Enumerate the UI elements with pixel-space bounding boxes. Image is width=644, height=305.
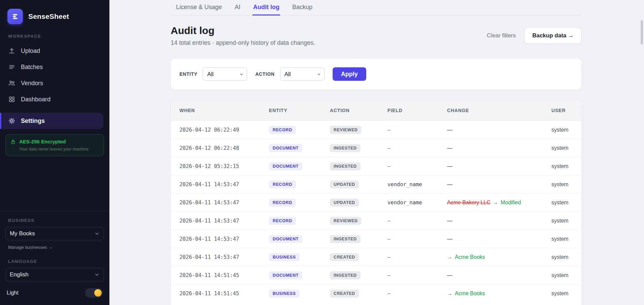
action-badge: UPDATED bbox=[330, 199, 359, 207]
dashboard-icon bbox=[8, 96, 15, 103]
sidebar-item-upload[interactable]: Upload bbox=[0, 43, 109, 59]
batches-icon bbox=[8, 63, 15, 71]
cell-user: system bbox=[551, 145, 573, 151]
entity-badge: DOCUMENT bbox=[269, 235, 302, 243]
sensesheet-logo-icon bbox=[7, 9, 23, 24]
cell-when: 2026-04-11 14:51:45 bbox=[179, 291, 269, 297]
column-header-when: WHEN bbox=[179, 108, 269, 113]
vertical-scrollbar[interactable] bbox=[641, 20, 643, 44]
action-select[interactable]: All bbox=[280, 67, 325, 81]
cell-user: system bbox=[551, 218, 573, 224]
cell-user: system bbox=[551, 254, 573, 260]
cell-when: 2026-04-12 06:22:49 bbox=[179, 127, 269, 133]
page-header: Audit log 14 total entries · append-only… bbox=[171, 25, 581, 46]
entity-badge: DOCUMENT bbox=[269, 271, 302, 279]
gear-icon bbox=[8, 117, 15, 125]
cell-change: — bbox=[447, 272, 551, 278]
cell-user: system bbox=[551, 127, 573, 133]
cell-user: system bbox=[551, 163, 573, 169]
sidebar-item-label: Vendors bbox=[21, 80, 43, 87]
cell-field: – bbox=[387, 291, 447, 297]
entity-badge: RECORD bbox=[269, 217, 296, 225]
filter-card: ENTITY All ACTION All Apply bbox=[171, 59, 581, 90]
page-subtitle: 14 total entries · append-only history o… bbox=[171, 39, 315, 46]
settings-tabbar: License & Usage AI Audit log Backup bbox=[171, 0, 581, 15]
table-row: 2026-04-11 14:51:45 DOCUMENT INGESTED – … bbox=[171, 266, 581, 284]
sidebar-bottom: BUSINESS My Books Manage businesses → LA… bbox=[0, 211, 109, 305]
action-badge: CREATED bbox=[330, 290, 359, 298]
cell-field: – bbox=[387, 254, 447, 260]
tab-backup[interactable]: Backup bbox=[292, 0, 313, 15]
sidebar-item-batches[interactable]: Batches bbox=[0, 59, 109, 75]
action-badge: CREATED bbox=[330, 253, 359, 261]
encryption-title: AES-256 Encrypted bbox=[19, 139, 89, 144]
workspace-section-label: WORKSPACE bbox=[0, 34, 109, 39]
column-header-change: CHANGE bbox=[447, 108, 551, 113]
backup-data-button[interactable]: Backup data → bbox=[524, 28, 581, 44]
action-badge: REVIEWED bbox=[330, 217, 361, 225]
chevron-down-icon bbox=[94, 231, 100, 236]
audit-table-header: WHEN ENTITY ACTION FIELD CHANGE USER bbox=[171, 100, 581, 121]
table-row: 2026-04-12 06:22:48 DOCUMENT INGESTED – … bbox=[171, 139, 581, 157]
cell-when: 2026-04-11 14:53:47 bbox=[179, 181, 269, 188]
cell-user: system bbox=[551, 181, 573, 188]
sidebar-item-label: Batches bbox=[21, 64, 43, 71]
main-area: License & Usage AI Audit log Backup Audi… bbox=[109, 0, 644, 305]
sidebar-item-dashboard[interactable]: Dashboard bbox=[0, 91, 109, 107]
brand[interactable]: SenseSheet bbox=[0, 0, 109, 34]
column-header-action: ACTION bbox=[330, 108, 387, 113]
table-row: 2026-04-11 14:53:47 RECORD REVIEWED – — … bbox=[171, 211, 581, 230]
language-section-label: LANGUAGE bbox=[0, 259, 109, 264]
entity-badge: RECORD bbox=[269, 180, 296, 189]
sidebar-nav: Upload Batches Vendors Dashboard bbox=[0, 43, 109, 107]
business-section-label: BUSINESS bbox=[0, 218, 109, 223]
table-row: 2026-04-11 14:53:47 DOCUMENT INGESTED – … bbox=[171, 230, 581, 248]
cell-user: system bbox=[551, 236, 573, 242]
theme-toggle[interactable] bbox=[85, 288, 103, 298]
business-select-value: My Books bbox=[10, 230, 35, 237]
cell-when: 2026-04-12 05:32:15 bbox=[179, 163, 269, 169]
manage-businesses-link[interactable]: Manage businesses → bbox=[8, 245, 53, 250]
cell-when: 2026-04-11 14:53:47 bbox=[179, 200, 269, 206]
sidebar-item-settings[interactable]: Settings bbox=[0, 113, 103, 129]
table-row: 2026-04-11 14:53:47 BUSINESS CREATED – →… bbox=[171, 248, 581, 266]
table-row: 2026-04-11 14:53:47 RECORD UPDATED vendo… bbox=[171, 193, 581, 211]
lock-icon bbox=[10, 139, 16, 144]
tab-ai[interactable]: AI bbox=[234, 0, 241, 15]
encryption-subtitle: Your data never leaves your machine bbox=[19, 147, 89, 151]
cell-field: vendor_name bbox=[387, 181, 447, 188]
action-filter-label: ACTION bbox=[255, 71, 274, 77]
audit-table-body: 2026-04-12 06:22:49 RECORD REVIEWED – — … bbox=[171, 121, 581, 302]
sidebar: SenseSheet WORKSPACE Upload Batches Vend… bbox=[0, 0, 109, 305]
entity-badge: RECORD bbox=[269, 126, 296, 134]
business-select[interactable]: My Books bbox=[5, 227, 104, 240]
cell-when: 2026-04-11 14:53:47 bbox=[179, 254, 269, 260]
cell-user: system bbox=[551, 272, 573, 278]
column-header-entity: ENTITY bbox=[269, 108, 330, 113]
cell-change: — bbox=[447, 236, 551, 242]
cell-change: →Acme Books bbox=[447, 291, 551, 297]
page-title: Audit log bbox=[171, 25, 315, 36]
table-row: 2026-04-11 14:53:47 RECORD UPDATED vendo… bbox=[171, 175, 581, 193]
entity-select[interactable]: All bbox=[203, 67, 247, 81]
action-badge: INGESTED bbox=[330, 271, 361, 279]
cell-change: — bbox=[447, 181, 551, 188]
cell-when: 2026-04-11 14:53:47 bbox=[179, 218, 269, 224]
entity-badge: DOCUMENT bbox=[269, 162, 302, 170]
language-select[interactable]: English bbox=[5, 268, 104, 281]
tab-license-usage[interactable]: License & Usage bbox=[175, 0, 223, 15]
entity-badge: RECORD bbox=[269, 199, 296, 207]
column-header-field: FIELD bbox=[387, 108, 447, 113]
action-badge: INGESTED bbox=[330, 144, 361, 152]
tab-audit-log[interactable]: Audit log bbox=[252, 0, 280, 15]
cell-change: — bbox=[447, 127, 551, 133]
cell-field: – bbox=[387, 236, 447, 242]
brand-name: SenseSheet bbox=[28, 12, 69, 21]
language-select-value: English bbox=[10, 271, 29, 278]
clear-filters-link[interactable]: Clear filters bbox=[487, 32, 516, 39]
apply-filters-button[interactable]: Apply bbox=[333, 67, 366, 81]
action-badge: REVIEWED bbox=[330, 126, 361, 134]
entity-badge: BUSINESS bbox=[269, 253, 300, 261]
sidebar-item-vendors[interactable]: Vendors bbox=[0, 75, 109, 91]
cell-change: — bbox=[447, 218, 551, 224]
